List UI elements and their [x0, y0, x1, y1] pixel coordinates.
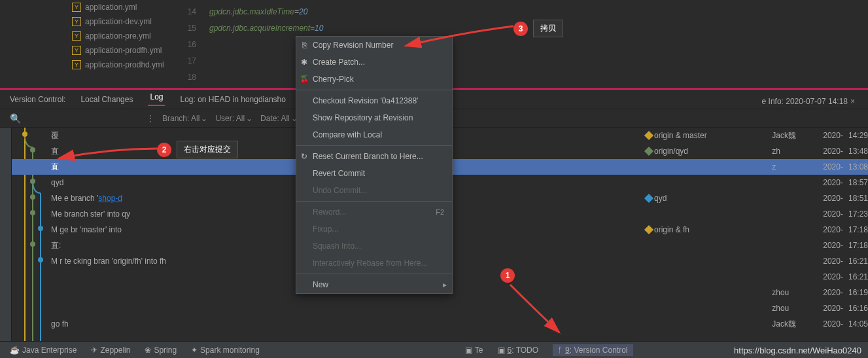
menu-shortcut: F2 [436, 208, 444, 216]
code-editor[interactable]: 14gpdcn.jdbc.maxIdleTime=20 15gpdcn.jdbc… [177, 0, 868, 88]
menu-item[interactable]: Show Repository at Revision [296, 109, 452, 126]
menu-label: New [313, 280, 328, 289]
tab-local-changes[interactable]: Local Changes [78, 95, 135, 104]
tool-sidebar[interactable] [0, 128, 12, 344]
menu-label: Reword... [313, 207, 346, 217]
line-number: 15 [177, 24, 209, 33]
commit-author: zhou [772, 288, 818, 297]
commit-time: 13:08 [848, 162, 868, 171]
tool-label: Java Enterprise [22, 346, 77, 355]
commit-time: 13:48 [848, 147, 868, 156]
commit-author: zh [772, 147, 818, 156]
bottom-tool-spring[interactable]: ❀Spring [145, 346, 177, 355]
commit-date: 2020- [823, 304, 843, 313]
bottom-tool-spark-monitoring[interactable]: ✦Spark monitoring [191, 346, 260, 355]
branch-tag: origin & master [646, 131, 707, 140]
commit-date: 2020- [823, 272, 843, 281]
commit-date: 2020- [823, 257, 843, 266]
commit-date: 2020- [823, 241, 843, 250]
annotation-badge-3: 3 [513, 22, 528, 36]
menu-item[interactable]: 🍒Cherry-Pick [296, 71, 452, 88]
tool-icon: ▣ [465, 346, 472, 355]
commit-time: 14:05 [848, 319, 868, 329]
file-name: application-prodfh.yml [85, 46, 162, 55]
context-menu: ⎘Copy Revision Number✱Create Patch...🍒Ch… [296, 36, 453, 294]
commit-time: 16:21 [848, 272, 868, 281]
bottom-tool-te[interactable]: ▣Te [465, 346, 483, 355]
tool-icon: ✈ [91, 346, 97, 355]
menu-label: Create Patch... [313, 58, 365, 67]
file-item[interactable]: Yapplication-prodhd.yml [7, 58, 170, 72]
menu-label: Show Repository at Revision [313, 113, 413, 122]
tool-icon: ᚶ [558, 346, 563, 355]
tool-label: 6: TODO [508, 346, 539, 355]
yaml-icon: Y [72, 31, 81, 41]
file-item[interactable]: Yapplication-dev.yml [7, 14, 170, 29]
commit-time: 14:29 [848, 131, 868, 140]
file-item[interactable]: Yapplication-pre.yml [7, 29, 170, 43]
menu-label: Revert Commit [313, 169, 365, 178]
menu-item[interactable]: New▸ [296, 276, 452, 293]
tool-label: Te [475, 346, 483, 355]
annotation-badge-1: 1 [500, 268, 515, 283]
menu-item[interactable]: Revert Commit [296, 165, 452, 182]
tool-icon: ❀ [145, 346, 151, 355]
bottom-tool----version-control[interactable]: ᚶ9: Version Control [553, 344, 633, 356]
annotation-label-3: 拷贝 [533, 20, 563, 37]
commit-row[interactable]: go fhJack魏2020-14:05 [12, 316, 868, 332]
commit-date: 2020- [823, 225, 843, 234]
branch-tag: origin/qyd [646, 147, 688, 156]
menu-item[interactable]: ↻Reset Current Branch to Here... [296, 148, 452, 165]
commit-date: 2020- [823, 178, 843, 187]
menu-item[interactable]: ⎘Copy Revision Number [296, 37, 452, 54]
user-filter[interactable]: User: All [215, 114, 245, 123]
reset-icon: ↻ [300, 152, 309, 161]
bottom-tool-java-enterprise[interactable]: ☕Java Enterprise [10, 346, 77, 355]
branch-tag: origin & fh [646, 225, 689, 234]
commit-time: 16:19 [848, 288, 868, 297]
menu-label: Copy Revision Number [313, 41, 393, 50]
vc-title: Version Control: [10, 95, 65, 104]
tool-icon: ✦ [191, 346, 198, 355]
branch-filter[interactable]: Branch: All [162, 114, 200, 123]
yaml-icon: Y [72, 3, 81, 12]
menu-item: Squash Into... [296, 238, 452, 255]
commit-author: Jack魏 [772, 130, 818, 141]
file-name: application-dev.yml [85, 17, 152, 26]
project-file-tree[interactable]: Yapplication.yml Yapplication-dev.yml Ya… [0, 0, 177, 88]
commit-date: 2020- [823, 162, 843, 171]
code-text: gpdcn.jdbc.acquireIncrement [209, 24, 310, 33]
line-number: 14 [177, 7, 209, 16]
file-name: application-prodhd.yml [85, 60, 164, 69]
menu-item[interactable]: Compare with Local [296, 126, 452, 143]
patch-icon: ✱ [300, 58, 309, 67]
watermark: https://blog.csdn.net/WeiHao0240 [734, 346, 861, 355]
file-item[interactable]: Yapplication-prodfh.yml [7, 43, 170, 58]
menu-item: Fixup... [296, 221, 452, 238]
commit-date: 2020- [823, 288, 843, 297]
tab-log[interactable]: Log [148, 92, 165, 106]
menu-label: Compare with Local [313, 130, 382, 139]
menu-item[interactable]: ✱Create Patch... [296, 54, 452, 71]
menu-label: Reset Current Branch to Here... [313, 152, 423, 161]
tool-label: Zeppelin [100, 346, 130, 355]
menu-label: Squash Into... [313, 242, 361, 251]
tool-icon: ▣ [498, 346, 505, 355]
file-item[interactable]: Yapplication.yml [7, 0, 170, 14]
commit-time: 17:18 [848, 225, 868, 234]
menu-item[interactable]: Checkout Revision '0a412388' [296, 92, 452, 109]
commit-row[interactable]: zhou2020-16:16 [12, 300, 868, 316]
close-icon[interactable]: × [850, 97, 855, 106]
search-icon[interactable]: 🔍 [10, 113, 21, 124]
code-text: gpdcn.jdbc.maxIdleTime [209, 7, 294, 16]
line-number: 18 [177, 73, 209, 82]
bottom-tool----todo[interactable]: ▣6: TODO [498, 346, 539, 355]
tool-icon: ☕ [10, 346, 20, 355]
yaml-icon: Y [72, 46, 81, 55]
menu-item: Reword...F2 [296, 204, 452, 221]
bottom-tool-zeppelin[interactable]: ✈Zeppelin [91, 346, 130, 355]
commit-author: Jack魏 [772, 319, 818, 330]
menu-label: Undo Commit... [313, 186, 367, 195]
date-filter[interactable]: Date: All [260, 114, 290, 123]
tab-log-head[interactable]: Log: on HEAD in hongdiansho [178, 95, 287, 104]
